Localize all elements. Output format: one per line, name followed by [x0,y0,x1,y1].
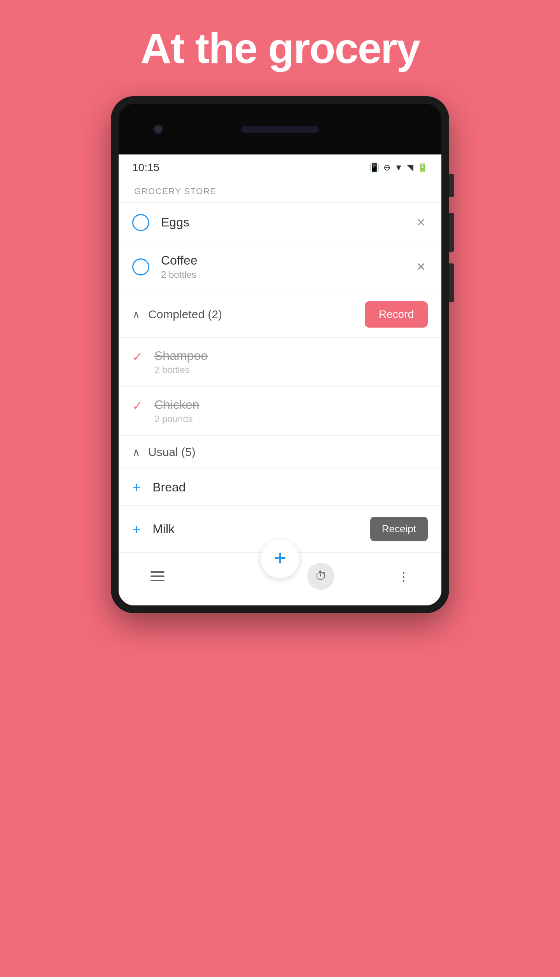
usual-chevron-icon[interactable]: ∧ [132,446,140,459]
chicken-check-icon: ✓ [132,398,143,413]
bread-add-icon[interactable]: + [132,480,141,495]
eggs-content: Eggs [161,215,414,230]
coffee-checkbox[interactable] [132,258,149,275]
side-button-mid [449,213,454,252]
completed-section-header: ∧ Completed (2) Record [119,291,441,338]
status-time: 10:15 [132,161,159,174]
usual-section-header: ∧ Usual (5) [119,436,441,469]
fab-plus-icon: + [274,547,286,569]
hamburger-line-2 [150,575,164,577]
milk-name: Milk [152,522,370,536]
usual-item-bread: + Bread [119,469,441,506]
phone-top-bar [119,104,441,154]
status-bar: 10:15 📳 ⊖ ▼ ◥ 🔋 [119,154,441,179]
side-button-bot [449,263,454,302]
receipt-button[interactable]: Receipt [370,517,428,541]
status-icons: 📳 ⊖ ▼ ◥ 🔋 [369,163,428,173]
list-item-coffee: Coffee 2 bottles ✕ [119,242,441,291]
completed-section-title: Completed (2) [148,308,365,321]
list-item-eggs: Eggs ✕ [119,203,441,242]
more-button[interactable]: ⋮ [386,566,421,587]
history-icon-circle: ⏱ [307,563,334,590]
page-title: At the grocery [140,23,420,73]
chicken-content: Chicken 2 pounds [154,398,200,424]
shampoo-content: Shampoo 2 bottles [154,349,208,375]
signal-icon: ◥ [407,163,413,173]
eggs-name: Eggs [161,215,414,230]
bottom-nav: ⏱ ⋮ + [119,553,441,605]
add-item-fab[interactable]: + [261,539,299,578]
bread-name: Bread [152,480,428,495]
phone-frame: 10:15 📳 ⊖ ▼ ◥ 🔋 GROCERY STORE Eggs ✕ [111,96,449,613]
shampoo-detail: 2 bottles [154,365,208,375]
record-button[interactable]: Record [365,301,428,328]
shampoo-check-icon: ✓ [132,349,143,364]
coffee-content: Coffee 2 bottles [161,253,414,280]
coffee-remove-button[interactable]: ✕ [414,258,428,275]
vibrate-icon: 📳 [369,163,380,173]
eggs-checkbox[interactable] [132,214,149,231]
app-content: GROCERY STORE Eggs ✕ Coffee 2 bottles ✕ [119,179,441,605]
hamburger-line-3 [150,580,164,581]
coffee-detail: 2 bottles [161,269,414,280]
battery-icon: 🔋 [417,163,428,173]
usual-section-title: Usual (5) [148,446,428,459]
camera-icon [154,125,163,134]
side-button-top [449,174,454,197]
completed-chevron-icon[interactable]: ∧ [132,308,140,321]
phone-screen: 10:15 📳 ⊖ ▼ ◥ 🔋 GROCERY STORE Eggs ✕ [119,154,441,605]
completed-item-shampoo: ✓ Shampoo 2 bottles [119,338,441,387]
completed-item-chicken: ✓ Chicken 2 pounds [119,387,441,436]
history-icon: ⏱ [315,570,327,583]
milk-add-icon[interactable]: + [132,522,141,537]
hamburger-line-1 [150,571,164,573]
shampoo-name: Shampoo [154,349,208,363]
history-button[interactable]: ⏱ [296,559,346,594]
fab-container: + [261,539,299,578]
chicken-name: Chicken [154,398,200,412]
chicken-detail: 2 pounds [154,414,200,424]
dnd-icon: ⊖ [383,163,390,173]
speaker [241,126,319,133]
more-icon: ⋮ [398,570,410,583]
menu-button[interactable] [139,567,176,585]
coffee-name: Coffee [161,253,414,268]
wifi-icon: ▼ [394,163,403,173]
store-label: GROCERY STORE [119,179,441,203]
eggs-remove-button[interactable]: ✕ [414,214,428,231]
